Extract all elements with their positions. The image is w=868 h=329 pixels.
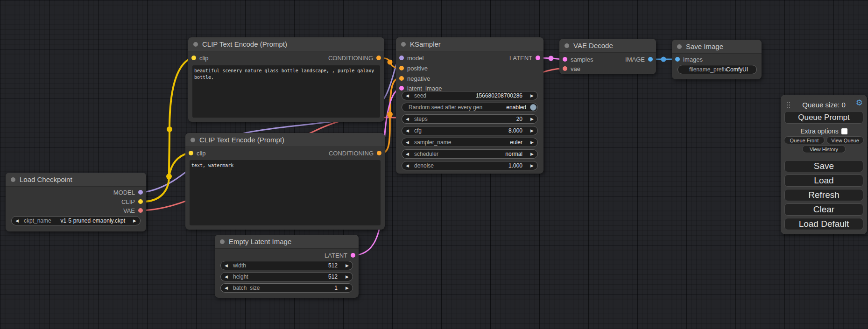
widget-scheduler[interactable]: scheduler normal [402,149,538,159]
input-slot-clip[interactable]: clip [189,150,206,156]
model-slot-dot[interactable] [138,190,143,195]
queue-prompt-button[interactable]: Queue Prompt [784,111,863,124]
vae-slot-dot[interactable] [138,208,143,213]
decrement-arrow-icon[interactable] [406,161,409,170]
gear-icon[interactable]: ⚙ [856,99,863,107]
widget-seed[interactable]: seed 156680208700286 [402,91,538,100]
output-slot-image[interactable]: IMAGE [625,56,653,63]
decrement-arrow-icon[interactable] [406,126,409,135]
input-slot-images[interactable]: images [675,56,703,63]
increment-arrow-icon[interactable] [530,161,534,170]
conditioning-slot-dot[interactable] [399,76,404,81]
input-slot-negative[interactable]: negative [399,75,430,82]
widget-height[interactable]: height 512 [220,272,353,281]
decrement-arrow-icon[interactable] [406,138,409,147]
extra-options-checkbox[interactable] [841,128,847,134]
node-title-bar[interactable]: Empty Latent Image [215,235,359,249]
queue-front-button[interactable]: Queue Front [784,136,825,144]
output-slot-vae[interactable]: VAE [123,207,143,214]
input-slot-model[interactable]: model [399,55,423,61]
decrement-arrow-icon[interactable] [225,284,228,292]
model-slot-dot[interactable] [399,56,404,60]
node-empty-latent-image[interactable]: Empty Latent Image LATENT width 512 heig… [215,235,359,298]
collapse-dot-icon[interactable] [677,44,682,49]
node-vae-decode[interactable]: VAE Decode samples vae IMAGE [559,39,656,74]
image-slot-dot[interactable] [675,57,680,62]
widget-cfg[interactable]: cfg 8.000 [402,126,538,135]
widget-denoise[interactable]: denoise 1.000 [402,161,538,170]
image-slot-dot[interactable] [648,57,653,62]
decrement-arrow-icon[interactable] [225,261,228,270]
clip-slot-dot[interactable] [189,151,193,155]
input-slot-latent-image[interactable]: latent_image [399,85,442,91]
view-history-button[interactable]: View History [802,145,846,153]
input-slot-vae[interactable]: vae [563,65,580,72]
save-button[interactable]: Save [784,160,863,172]
reroute-dot[interactable] [388,60,393,65]
input-slot-samples[interactable]: samples [563,56,593,63]
widget-width[interactable]: width 512 [220,261,353,270]
reroute-dot[interactable] [166,174,172,179]
increment-arrow-icon[interactable] [133,217,136,225]
node-ksampler[interactable]: KSampler model positive negative latent_… [396,37,543,174]
node-title-bar[interactable]: Save Image [672,40,762,54]
node-title-bar[interactable]: CLIP Text Encode (Prompt) [185,133,385,147]
decrement-arrow-icon[interactable] [225,273,228,281]
node-clip-text-encode-negative[interactable]: CLIP Text Encode (Prompt) clip CONDITION… [185,133,385,230]
collapse-dot-icon[interactable] [191,138,195,142]
node-load-checkpoint[interactable]: Load Checkpoint MODEL CLIP VAE ckpt_name… [6,173,146,231]
increment-arrow-icon[interactable] [530,126,534,135]
node-title-bar[interactable]: KSampler [396,37,543,51]
latent-slot-dot[interactable] [399,86,404,91]
node-save-image[interactable]: Save Image images filename_prefix ComfyU… [672,40,762,79]
increment-arrow-icon[interactable] [346,261,349,270]
output-slot-latent[interactable]: LATENT [509,55,540,61]
latent-slot-dot[interactable] [536,56,540,60]
node-clip-text-encode-positive[interactable]: CLIP Text Encode (Prompt) clip CONDITION… [188,37,384,122]
node-title-bar[interactable]: VAE Decode [559,39,656,53]
widget-random-seed-toggle[interactable]: Random seed after every gen enabled [402,103,538,112]
reroute-dot[interactable] [549,56,554,61]
output-slot-conditioning[interactable]: CONDITIONING [329,150,381,156]
widget-batch-size[interactable]: batch_size 1 [220,283,353,293]
clip-slot-dot[interactable] [138,199,143,204]
increment-arrow-icon[interactable] [530,91,534,100]
extra-options-row[interactable]: Extra options [781,127,867,135]
increment-arrow-icon[interactable] [346,284,349,292]
widget-filename-prefix[interactable]: filename_prefix ComfyUI [677,65,757,74]
node-title-bar[interactable]: CLIP Text Encode (Prompt) [188,37,384,51]
conditioning-slot-dot[interactable] [399,66,404,70]
refresh-button[interactable]: Refresh [784,189,863,201]
decrement-arrow-icon[interactable] [406,115,409,123]
conditioning-slot-dot[interactable] [377,151,381,155]
decrement-arrow-icon[interactable] [406,150,409,158]
input-slot-clip[interactable]: clip [191,55,209,61]
collapse-dot-icon[interactable] [11,177,15,182]
clear-button[interactable]: Clear [784,203,863,216]
reroute-dot[interactable] [167,126,172,132]
prompt-textarea[interactable]: text, watermark [190,160,381,225]
latent-slot-dot[interactable] [351,253,355,258]
queue-panel[interactable]: Queue size: 0 ⚙ Queue Prompt Extra optio… [781,95,867,234]
collapse-dot-icon[interactable] [565,43,569,48]
collapse-dot-icon[interactable] [193,42,198,47]
increment-arrow-icon[interactable] [530,138,534,147]
decrement-arrow-icon[interactable] [406,91,409,100]
view-queue-button[interactable]: View Queue [826,136,864,144]
decrement-arrow-icon[interactable] [15,217,19,225]
widget-steps[interactable]: steps 20 [402,114,538,124]
widget-sampler-name[interactable]: sampler_name euler [402,138,538,147]
collapse-dot-icon[interactable] [220,239,225,244]
output-slot-clip[interactable]: CLIP [121,198,143,205]
reroute-dot[interactable] [387,112,393,117]
increment-arrow-icon[interactable] [530,150,534,158]
clip-slot-dot[interactable] [191,56,196,60]
collapse-dot-icon[interactable] [401,42,406,47]
prompt-textarea[interactable]: beautiful scenery nature glass bottle la… [192,65,380,118]
increment-arrow-icon[interactable] [346,273,349,281]
widget-ckpt-name[interactable]: ckpt_name v1-5-pruned-emaonly.ckpt [11,216,141,225]
node-title-bar[interactable]: Load Checkpoint [6,173,146,187]
comfyui-canvas[interactable]: { "colors": { "clip": "#fdd835", "condit… [0,0,868,329]
vae-slot-dot[interactable] [563,66,567,71]
load-button[interactable]: Load [784,175,863,187]
